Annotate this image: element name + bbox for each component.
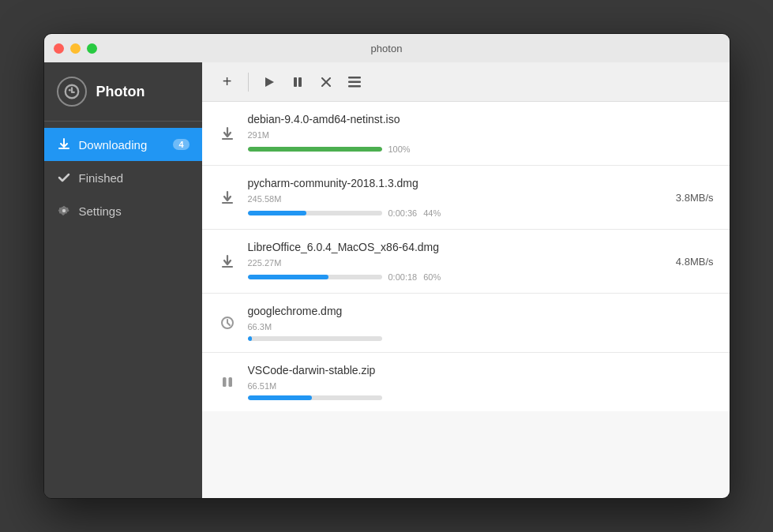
progress-pct-label: 60%	[423, 272, 441, 282]
progress-bar-fill	[248, 395, 313, 400]
download-arrow-icon	[218, 252, 237, 271]
app-window: photon Photon	[43, 33, 730, 499]
sidebar: Photon Downloading 4	[44, 62, 202, 498]
app-name: Photon	[96, 84, 145, 100]
sidebar-header: Photon	[44, 62, 202, 121]
download-item[interactable]: pycharm-community-2018.1.3.dmg 245.58M 0…	[202, 166, 730, 230]
time-label: 0:00:36	[388, 208, 418, 218]
main-layout: Photon Downloading 4	[44, 62, 730, 498]
download-name: debian-9.4.0-amd64-netinst.iso	[248, 113, 647, 126]
play-button[interactable]	[257, 69, 282, 95]
download-item[interactable]: VSCode-darwin-stable.zip 66.51M	[202, 353, 730, 411]
download-item[interactable]: LibreOffice_6.0.4_MacOS_x86-64.dmg 225.2…	[202, 230, 730, 294]
sidebar-item-finished[interactable]: Finished	[44, 161, 202, 194]
download-info: debian-9.4.0-amd64-netinst.iso 291M 100%	[248, 113, 647, 154]
minimize-button[interactable]	[70, 43, 81, 54]
svg-marker-3	[265, 77, 274, 87]
cancel-button[interactable]	[313, 69, 339, 95]
progress-bar-fill	[248, 147, 382, 152]
download-name: googlechrome.dmg	[248, 305, 647, 317]
sidebar-item-settings[interactable]: Settings	[44, 194, 202, 227]
clock-icon	[218, 313, 237, 332]
progress-label: 100%	[388, 144, 411, 154]
check-icon	[57, 170, 71, 185]
download-info: googlechrome.dmg 66.3M	[248, 305, 647, 341]
download-arrow-icon	[218, 124, 237, 143]
window-controls	[54, 43, 97, 54]
progress-bar-container	[248, 147, 382, 152]
download-info: VSCode-darwin-stable.zip 66.51M	[248, 364, 647, 400]
titlebar: photon	[44, 34, 730, 62]
app-logo	[57, 77, 87, 107]
download-info: LibreOffice_6.0.4_MacOS_x86-64.dmg 225.2…	[248, 241, 647, 282]
gear-icon	[57, 204, 71, 218]
download-item[interactable]: debian-9.4.0-amd64-netinst.iso 291M 100%	[202, 102, 730, 166]
download-name: pycharm-community-2018.1.3.dmg	[248, 177, 647, 189]
progress-bar-fill	[248, 275, 328, 279]
window-title: photon	[371, 43, 403, 54]
progress-pct-label: 44%	[423, 208, 441, 218]
download-size: 291M	[248, 130, 647, 140]
maximize-button[interactable]	[87, 43, 97, 54]
progress-bar-container	[248, 211, 382, 215]
svg-rect-9	[348, 81, 361, 83]
download-speed: 4.8MB/s	[659, 256, 714, 268]
time-label: 0:00:18	[388, 272, 418, 282]
pause-button[interactable]	[285, 69, 310, 95]
download-size: 245.58M	[248, 194, 647, 204]
progress-bar-container	[248, 336, 382, 341]
toolbar: +	[202, 62, 730, 102]
sidebar-item-downloading[interactable]: Downloading 4	[44, 128, 202, 161]
svg-rect-4	[294, 77, 297, 87]
download-name: LibreOffice_6.0.4_MacOS_x86-64.dmg	[248, 241, 647, 253]
downloads-list: debian-9.4.0-amd64-netinst.iso 291M 100%…	[202, 102, 730, 498]
list-button[interactable]	[342, 69, 367, 95]
close-button[interactable]	[54, 43, 64, 54]
download-icon	[57, 137, 71, 152]
svg-point-2	[62, 209, 66, 212]
toolbar-separator-1	[248, 73, 249, 92]
svg-rect-8	[348, 77, 361, 79]
progress-bar-fill	[248, 336, 252, 341]
pause-small-icon	[218, 373, 237, 392]
download-name: VSCode-darwin-stable.zip	[248, 364, 647, 377]
svg-rect-18	[223, 377, 227, 387]
sidebar-item-label-finished: Finished	[79, 171, 124, 185]
content-area: +	[202, 62, 730, 498]
download-size: 66.51M	[248, 381, 647, 391]
add-button[interactable]: +	[215, 69, 240, 95]
download-size: 225.27M	[248, 258, 647, 268]
progress-bar-fill	[248, 211, 307, 215]
sidebar-item-label-downloading: Downloading	[79, 138, 148, 152]
download-size: 66.3M	[248, 322, 647, 332]
sidebar-item-label-settings: Settings	[79, 204, 122, 218]
download-item[interactable]: googlechrome.dmg 66.3M	[202, 294, 730, 353]
progress-bar-container	[248, 395, 382, 400]
svg-rect-19	[228, 377, 232, 387]
svg-rect-5	[298, 77, 302, 87]
progress-bar-container	[248, 275, 382, 279]
downloading-badge: 4	[173, 139, 189, 150]
download-arrow-icon	[218, 188, 237, 207]
download-info: pycharm-community-2018.1.3.dmg 245.58M 0…	[248, 177, 647, 218]
sidebar-divider	[44, 121, 202, 122]
download-speed: 3.8MB/s	[659, 192, 714, 204]
svg-rect-10	[348, 85, 361, 88]
